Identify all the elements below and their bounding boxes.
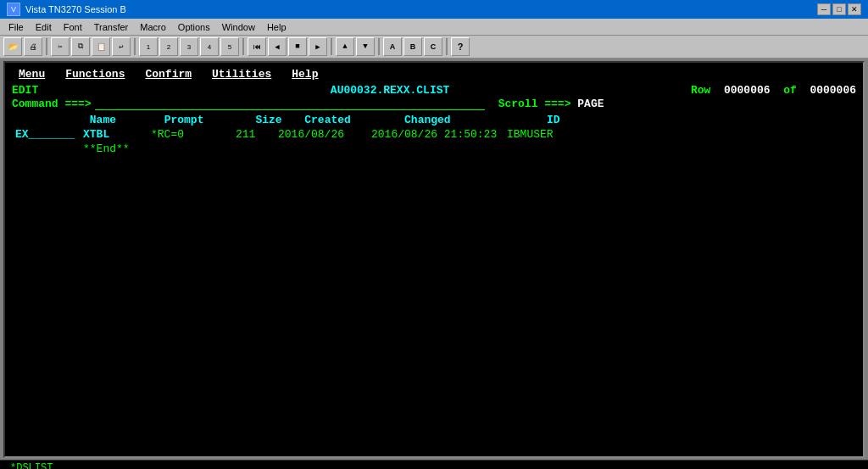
tb-up-btn[interactable]: ▲ (336, 37, 354, 56)
tb-paste-btn[interactable]: 📋 (92, 37, 110, 56)
dslist-area: *DSLIST (0, 460, 868, 469)
tb-sep-2 (134, 38, 136, 55)
tb-f4-btn[interactable]: 4 (200, 37, 219, 56)
col-size: Size (255, 114, 298, 126)
row-prompt: *RC=0 (151, 128, 236, 141)
tb-sep-3 (242, 38, 244, 55)
row-prefix: EX_______ (15, 128, 83, 141)
scroll-arrow: ===> (544, 98, 577, 110)
maximize-button[interactable]: □ (832, 3, 846, 15)
tb-open-btn[interactable]: 📂 (3, 37, 22, 56)
tb-undo-btn[interactable]: ↩ (112, 37, 131, 56)
row-name: XTBL (83, 128, 151, 141)
col-created: Created (304, 114, 398, 126)
tb-f1-btn[interactable]: 1 (139, 37, 158, 56)
col-id: ID (547, 114, 560, 126)
edit-row-info: Row 0000006 of 0000006 (691, 84, 856, 97)
tb-rec-btn[interactable]: A (383, 37, 402, 56)
command-input[interactable] (95, 97, 485, 110)
title-bar: V Vista TN3270 Session B ─ □ ✕ (0, 0, 868, 19)
col-changed: Changed (404, 114, 540, 126)
scroll-info: Scroll ===> PAGE (498, 98, 604, 110)
edit-header: EDIT AU00032.REXX.CLIST Row 0000006 of 0… (12, 84, 856, 97)
terminal-screen[interactable]: Menu Functions Confirm Utilities Help ED… (5, 63, 863, 456)
ispf-menu-confirm[interactable]: Confirm (145, 68, 192, 81)
tb-sep-5 (378, 38, 380, 55)
edit-filename: AU00032.REXX.CLIST (331, 84, 449, 97)
menu-window[interactable]: Window (217, 20, 260, 34)
dslist-label: *DSLIST (10, 462, 53, 470)
edit-label: EDIT (12, 84, 38, 97)
menu-transfer[interactable]: Transfer (89, 20, 134, 34)
tb-first-btn[interactable]: ⏮ (248, 37, 266, 56)
tb-stop-btn[interactable]: ■ (288, 37, 307, 56)
tb-next-btn[interactable]: ▶ (309, 37, 327, 56)
tb-f5-btn[interactable]: 5 (220, 37, 239, 56)
table-row: EX_______ XTBL *RC=0 211 2016/08/26 2016… (12, 128, 856, 141)
tb-f2-btn[interactable]: 2 (159, 37, 178, 56)
command-arrow: ===> (58, 98, 92, 110)
row-start: 0000006 (724, 84, 771, 97)
ispf-menu-menu[interactable]: Menu (19, 68, 45, 81)
title-controls[interactable]: ─ □ ✕ (817, 3, 861, 15)
menu-options[interactable]: Options (173, 20, 215, 34)
app-menubar: File Edit Font Transfer Macro Options Wi… (0, 19, 868, 36)
ispf-menu-functions[interactable]: Functions (65, 68, 125, 81)
row-end: 0000006 (810, 84, 856, 97)
ispf-menu-utilities[interactable]: Utilities (212, 68, 271, 81)
tb-copy-btn[interactable]: ⧉ (71, 37, 90, 56)
app-icon: V (7, 3, 20, 16)
tb-cut-btn[interactable]: ✂ (51, 37, 70, 56)
col-name: Name (90, 114, 158, 126)
ispf-menu-help[interactable]: Help (292, 68, 318, 81)
menu-file[interactable]: File (3, 20, 29, 34)
tb-play-btn[interactable]: B (403, 37, 422, 56)
tb-prev-btn[interactable]: ◀ (268, 37, 287, 56)
scroll-value: PAGE (577, 98, 604, 110)
tb-step-btn[interactable]: C (424, 37, 442, 56)
command-prompt-label: Command (12, 98, 58, 110)
window-title: Vista TN3270 Session B (25, 4, 126, 14)
tb-sep-1 (46, 38, 47, 55)
row-created: 2016/08/26 (278, 128, 371, 141)
menu-font[interactable]: Font (58, 20, 87, 34)
minimize-button[interactable]: ─ (817, 3, 831, 15)
tb-sep-4 (331, 38, 332, 55)
toolbar: 📂 🖨 ✂ ⧉ 📋 ↩ 1 2 3 4 5 ⏮ ◀ ■ ▶ ▲ ▼ A B C … (0, 36, 868, 59)
menu-edit[interactable]: Edit (31, 20, 57, 34)
row-changed: 2016/08/26 21:50:23 (371, 128, 507, 141)
tb-f3-btn[interactable]: 3 (180, 37, 198, 56)
close-button[interactable]: ✕ (848, 3, 861, 15)
command-line: Command ===> Scroll ===> PAGE (12, 97, 856, 110)
end-marker: **End** (12, 142, 856, 155)
col-prompt: Prompt (164, 114, 249, 126)
ispf-menubar: Menu Functions Confirm Utilities Help (12, 66, 856, 82)
menu-macro[interactable]: Macro (135, 20, 171, 34)
terminal-container: Menu Functions Confirm Utilities Help ED… (3, 61, 865, 458)
column-headers: Name Prompt Size Created Changed ID (12, 114, 856, 126)
row-sep: of (783, 84, 797, 97)
tb-help-btn[interactable]: ? (451, 37, 470, 56)
tb-sep-6 (446, 38, 448, 55)
menu-help[interactable]: Help (262, 20, 292, 34)
title-bar-left: V Vista TN3270 Session B (7, 3, 126, 16)
tb-down-btn[interactable]: ▼ (356, 37, 375, 56)
row-label: Row (691, 84, 710, 97)
row-size: 211 (236, 128, 278, 141)
col-prefix (15, 114, 83, 126)
row-id: IBMUSER (507, 128, 554, 141)
tb-print-btn[interactable]: 🖨 (24, 37, 42, 56)
scroll-label: Scroll (498, 98, 538, 110)
